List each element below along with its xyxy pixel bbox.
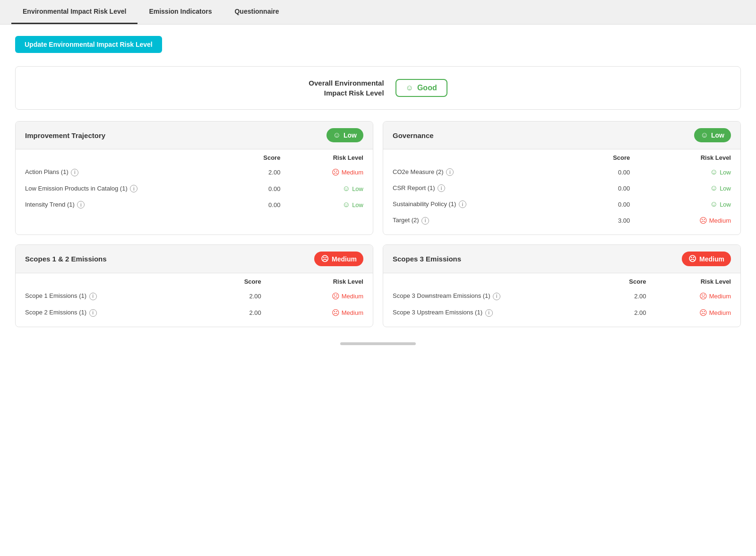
table-row: Sustainability Policy (1) i 0.00 ☺ Low — [383, 196, 740, 212]
card-badge-0: ☺ Low — [326, 128, 363, 142]
risk-card-1: Governance ☺ Low Score Risk Level — [383, 121, 741, 235]
page-wrapper: Environmental Impact Risk Level Emission… — [0, 0, 756, 556]
risk-smiley-icon-0-1: ☺ — [343, 184, 350, 193]
info-icon-0-1[interactable]: i — [130, 185, 137, 192]
col-header-label-3 — [383, 273, 595, 288]
risk-level-text-1-1: Low — [720, 185, 731, 192]
table-row: Low Emission Products in Catalog (1) i 0… — [16, 181, 373, 197]
info-icon-3-1[interactable]: i — [485, 309, 493, 317]
col-header-risk-2: Risk Level — [271, 273, 373, 288]
card-title-0: Improvement Trajectory — [25, 131, 105, 139]
card-body-3: Score Risk Level Scope 3 Downstream Emis… — [383, 273, 740, 327]
row-label-0-0: Action Plans (1) i — [16, 164, 231, 181]
table-row: Action Plans (1) i 2.00 ☹ Medium — [16, 164, 373, 181]
row-score-3-0: 2.00 — [595, 288, 655, 304]
tab-emission[interactable]: Emission Indicators — [137, 0, 223, 24]
row-score-1-0: 0.00 — [568, 164, 640, 180]
badge-smiley-icon-3: ☹ — [688, 254, 696, 263]
overall-badge-text: Good — [417, 84, 437, 92]
risk-level-text-0-0: Medium — [342, 169, 363, 176]
card-title-1: Governance — [393, 131, 434, 139]
row-risk-1-2: ☺ Low — [639, 196, 740, 212]
col-header-score-1: Score — [568, 149, 640, 164]
row-score-3-1: 2.00 — [595, 304, 655, 321]
risk-smiley-icon-3-1: ☹ — [699, 308, 707, 317]
row-score-1-2: 0.00 — [568, 196, 640, 212]
row-score-2-1: 2.00 — [198, 304, 270, 321]
info-icon-0-2[interactable]: i — [77, 201, 85, 208]
card-table-3: Score Risk Level Scope 3 Downstream Emis… — [383, 273, 740, 321]
risk-smiley-icon-1-2: ☺ — [710, 200, 718, 208]
row-risk-3-1: ☹ Medium — [655, 304, 740, 321]
info-icon-3-0[interactable]: i — [493, 293, 500, 300]
risk-level-text-3-0: Medium — [709, 293, 731, 300]
risk-level-text-0-1: Low — [352, 185, 363, 192]
risk-level-text-1-3: Medium — [709, 217, 731, 224]
risk-smiley-icon-1-1: ☺ — [710, 184, 718, 192]
table-row: CO2e Measure (2) i 0.00 ☺ Low — [383, 164, 740, 180]
card-table-2: Score Risk Level Scope 1 Emissions (1) i… — [16, 273, 373, 321]
tab-environmental[interactable]: Environmental Impact Risk Level — [11, 0, 137, 24]
overall-badge: ☺ Good — [395, 79, 447, 97]
row-risk-1-3: ☹ Medium — [639, 212, 740, 229]
info-icon-1-3[interactable]: i — [421, 217, 429, 225]
cards-grid: Improvement Trajectory ☺ Low Score Risk … — [15, 121, 741, 327]
info-icon-2-0[interactable]: i — [89, 293, 97, 300]
row-label-3-1: Scope 3 Upstream Emissions (1) i — [383, 304, 595, 321]
table-header-row: Score Risk Level — [383, 273, 740, 288]
table-header-row: Score Risk Level — [16, 149, 373, 164]
row-risk-1-0: ☺ Low — [639, 164, 740, 180]
table-row: Scope 3 Upstream Emissions (1) i 2.00 ☹ … — [383, 304, 740, 321]
row-label-0-2: Intensity Trend (1) i — [16, 197, 231, 213]
row-label-1-2: Sustainability Policy (1) i — [383, 196, 568, 212]
table-row: Scope 3 Downstream Emissions (1) i 2.00 … — [383, 288, 740, 304]
card-header-0: Improvement Trajectory ☺ Low — [16, 122, 373, 149]
tab-questionnaire[interactable]: Questionnaire — [223, 0, 290, 24]
col-header-score-0: Score — [231, 149, 290, 164]
risk-level-text-2-1: Medium — [342, 309, 363, 316]
col-header-risk-1: Risk Level — [639, 149, 740, 164]
card-badge-text-0: Low — [344, 131, 357, 139]
card-header-1: Governance ☺ Low — [383, 122, 740, 149]
table-row: Target (2) i 3.00 ☹ Medium — [383, 212, 740, 229]
card-badge-text-1: Low — [711, 131, 724, 139]
card-body-2: Score Risk Level Scope 1 Emissions (1) i… — [16, 273, 373, 327]
row-risk-0-0: ☹ Medium — [290, 164, 373, 181]
info-icon-1-2[interactable]: i — [459, 200, 466, 208]
table-row: Scope 1 Emissions (1) i 2.00 ☹ Medium — [16, 288, 373, 304]
risk-level-text-1-2: Low — [720, 201, 731, 208]
risk-smiley-icon-3-0: ☹ — [699, 292, 707, 301]
row-score-0-2: 0.00 — [231, 197, 290, 213]
info-icon-1-1[interactable]: i — [438, 184, 445, 192]
row-label-0-1: Low Emission Products in Catalog (1) i — [16, 181, 231, 197]
row-risk-2-1: ☹ Medium — [271, 304, 373, 321]
scrollbar[interactable] — [340, 342, 416, 345]
info-icon-0-0[interactable]: i — [71, 169, 78, 176]
card-badge-1: ☺ Low — [694, 128, 731, 142]
info-icon-1-0[interactable]: i — [446, 168, 454, 176]
card-table-0: Score Risk Level Action Plans (1) i 2.00 — [16, 149, 373, 213]
row-risk-2-0: ☹ Medium — [271, 288, 373, 304]
card-body-1: Score Risk Level CO2e Measure (2) i 0.00 — [383, 149, 740, 235]
card-badge-text-2: Medium — [332, 255, 357, 263]
smiley-good-icon: ☺ — [406, 84, 413, 92]
risk-level-text-0-2: Low — [352, 201, 363, 208]
row-label-1-1: CSR Report (1) i — [383, 180, 568, 196]
row-label-3-0: Scope 3 Downstream Emissions (1) i — [383, 288, 595, 304]
risk-level-text-3-1: Medium — [709, 309, 731, 316]
row-risk-1-1: ☺ Low — [639, 180, 740, 196]
scrollbar-area — [15, 327, 741, 345]
risk-smiley-icon-2-0: ☹ — [332, 292, 340, 301]
table-row: CSR Report (1) i 0.00 ☺ Low — [383, 180, 740, 196]
risk-smiley-icon-0-2: ☺ — [343, 200, 350, 209]
row-risk-0-2: ☺ Low — [290, 197, 373, 213]
risk-card-3: Scopes 3 Emissions ☹ Medium Score Risk L… — [383, 244, 741, 327]
card-title-2: Scopes 1 & 2 Emissions — [25, 255, 107, 263]
col-header-label-2 — [16, 273, 198, 288]
row-risk-3-0: ☹ Medium — [655, 288, 740, 304]
tab-navigation: Environmental Impact Risk Level Emission… — [0, 0, 756, 25]
row-score-0-0: 2.00 — [231, 164, 290, 181]
card-badge-2: ☹ Medium — [314, 252, 363, 266]
update-button[interactable]: Update Environmental Impact Risk Level — [15, 36, 162, 53]
info-icon-2-1[interactable]: i — [89, 309, 97, 317]
